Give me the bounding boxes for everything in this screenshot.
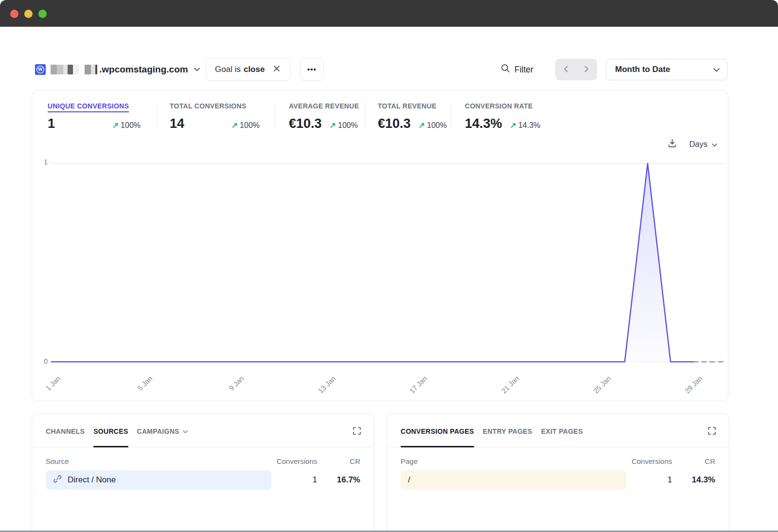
metric-value: 14 <box>170 116 184 131</box>
data-line <box>52 163 693 362</box>
trend-up-icon: ↗ <box>510 121 516 129</box>
tab-entry-pages[interactable]: ENTRY PAGES <box>483 427 532 447</box>
metric-label: TOTAL CONVERSIONS <box>170 102 275 110</box>
expand-pages-panel-button[interactable] <box>707 426 716 437</box>
filter-label: Filter <box>514 65 533 75</box>
x-axis-tick: 17 Jan <box>403 374 429 401</box>
x-axis-tick: 21 Jan <box>495 374 521 401</box>
table-row[interactable]: Direct / None 1 16.7% <box>46 470 360 490</box>
minimize-window-button[interactable] <box>24 10 33 18</box>
date-range-pager <box>555 59 597 80</box>
wordpress-icon: W <box>35 64 46 75</box>
goal-filter-prefix: Goal is <box>215 65 241 74</box>
column-cr: CR <box>317 457 360 465</box>
x-axis-tick: 13 Jan <box>311 374 337 401</box>
sources-table-header: Source Conversions CR <box>32 447 374 465</box>
column-conversions: Conversions <box>271 457 318 465</box>
more-filters-button[interactable]: ••• <box>300 58 324 81</box>
trend-up-icon: ↗ <box>419 121 425 129</box>
tab-channels[interactable]: CHANNELS <box>46 427 85 447</box>
page-highlight-bar: / <box>401 470 626 490</box>
chevron-down-icon <box>713 65 720 74</box>
tab-exit-pages[interactable]: EXIT PAGES <box>541 427 583 447</box>
app-window: W .wpcomstaging.com Goal is close ••• Fi… <box>0 0 778 532</box>
x-axis-tick: 1 Jan <box>36 374 62 401</box>
redacted-site-name <box>51 65 97 74</box>
metric-average-revenue[interactable]: AVERAGE REVENUE €10.3 ↗100% <box>275 102 364 131</box>
download-icon <box>667 138 677 150</box>
pages-panel-tabs: CONVERSION PAGES ENTRY PAGES EXIT PAGES <box>387 414 729 447</box>
metric-total-revenue[interactable]: TOTAL REVENUE €10.3 ↗100% <box>364 102 451 131</box>
tab-sources[interactable]: SOURCES <box>93 427 128 447</box>
x-axis-labels: 1 Jan 5 Jan 9 Jan 13 Jan 17 Jan 21 Jan 2… <box>47 368 727 402</box>
column-cr: CR <box>672 457 715 465</box>
column-conversions: Conversions <box>626 457 672 465</box>
metric-conversion-rate[interactable]: CONVERSION RATE 14.3% ↗14.3% <box>451 102 563 131</box>
trend-up-icon: ↗ <box>231 121 238 129</box>
column-page: Page <box>401 457 626 465</box>
cr-value: 16.7% <box>317 475 360 485</box>
source-name: Direct / None <box>68 475 116 485</box>
metric-value: €10.3 <box>378 116 411 131</box>
interval-value: Days <box>689 140 707 149</box>
cr-value: 14.3% <box>672 475 715 485</box>
metric-value: 1 <box>48 116 55 131</box>
window-titlebar <box>0 0 778 27</box>
metric-change: ↗100% <box>419 121 447 130</box>
metric-unique-conversions[interactable]: UNIQUE CONVERSIONS 1 ↗100% <box>47 102 156 131</box>
goal-filter-value: close <box>244 65 265 74</box>
x-axis-tick: 25 Jan <box>586 374 613 401</box>
x-axis-tick: 5 Jan <box>128 374 154 401</box>
table-row[interactable]: / 1 14.3% <box>401 470 715 490</box>
expand-icon <box>707 426 716 437</box>
tab-campaigns[interactable]: CAMPAIGNS <box>137 427 188 447</box>
chevron-down-icon <box>183 427 188 435</box>
conversions-value: 1 <box>626 475 672 485</box>
metric-value: 14.3% <box>465 116 502 131</box>
trend-up-icon: ↗ <box>112 121 119 129</box>
site-name: .wpcomstaging.com <box>99 64 188 75</box>
tab-conversion-pages[interactable]: CONVERSION PAGES <box>401 427 474 447</box>
chevron-right-icon <box>584 66 589 74</box>
metric-change: ↗100% <box>112 121 141 130</box>
site-selector[interactable]: W .wpcomstaging.com <box>35 58 200 81</box>
metric-label: CONVERSION RATE <box>465 102 563 110</box>
chart-interval-select[interactable]: Days <box>689 140 717 149</box>
fullscreen-window-button[interactable] <box>38 10 47 18</box>
expand-sources-panel-button[interactable] <box>353 426 361 437</box>
column-source: Source <box>46 457 271 465</box>
metric-change: ↗14.3% <box>510 121 541 130</box>
metrics-chart-card: UNIQUE CONVERSIONS 1 ↗100% TOTAL CONVERS… <box>32 90 728 401</box>
svg-text:W: W <box>37 67 43 72</box>
chevron-down-icon <box>194 68 200 71</box>
remove-goal-filter-button[interactable] <box>272 64 281 74</box>
expand-icon <box>353 426 361 437</box>
download-chart-button[interactable] <box>667 138 677 150</box>
pages-table-header: Page Conversions CR <box>387 447 729 465</box>
source-highlight-bar: Direct / None <box>46 470 271 490</box>
close-icon <box>273 65 280 73</box>
page-path: / <box>408 475 410 485</box>
metric-label: TOTAL REVENUE <box>378 102 451 110</box>
metric-total-conversions[interactable]: TOTAL CONVERSIONS 14 ↗100% <box>156 102 275 131</box>
conversions-area-chart[interactable] <box>47 159 727 368</box>
metric-value: €10.3 <box>289 116 322 131</box>
area-fill <box>52 163 693 362</box>
sources-panel: CHANNELS SOURCES CAMPAIGNS Source Conver… <box>32 413 374 532</box>
conversions-value: 1 <box>271 475 318 485</box>
close-window-button[interactable] <box>10 10 18 18</box>
filter-button[interactable]: Filter <box>501 59 533 80</box>
sources-panel-tabs: CHANNELS SOURCES CAMPAIGNS <box>32 414 374 447</box>
date-range-select[interactable]: Month to Date <box>606 59 728 80</box>
pages-panel: CONVERSION PAGES ENTRY PAGES EXIT PAGES … <box>387 413 729 532</box>
metric-label: AVERAGE REVENUE <box>289 102 364 110</box>
goal-filter-chip[interactable]: Goal is close <box>206 58 290 81</box>
x-axis-tick: 29 Jan <box>678 374 704 401</box>
link-icon <box>53 475 62 486</box>
previous-period-button[interactable] <box>555 59 576 80</box>
next-period-button[interactable] <box>576 59 597 80</box>
chevron-left-icon <box>564 66 568 74</box>
trend-up-icon: ↗ <box>330 121 336 129</box>
search-icon <box>501 64 510 75</box>
metric-label: UNIQUE CONVERSIONS <box>48 102 156 110</box>
